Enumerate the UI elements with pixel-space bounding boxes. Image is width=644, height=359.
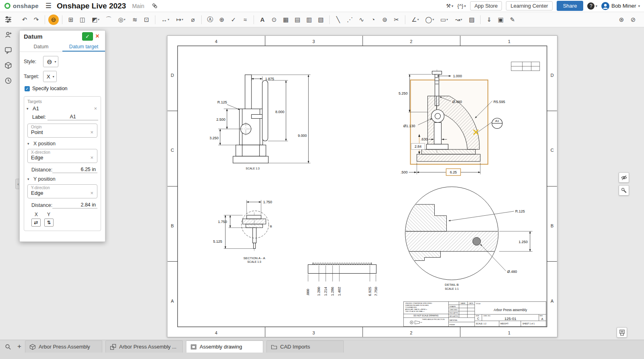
search-tabs-button[interactable] <box>2 341 13 352</box>
clear-y-direction-icon[interactable]: × <box>89 190 95 196</box>
dim-1750-left[interactable]: 1.750 <box>218 220 227 224</box>
dim-1000[interactable]: 1.000 <box>453 74 462 78</box>
break-view-icon[interactable]: ≋ <box>130 14 140 25</box>
history-icon[interactable] <box>3 76 13 85</box>
front-view[interactable]: R.125 2.500 3.250 1.875 8.000 9.000 SCAL… <box>210 75 311 170</box>
projected-view-icon[interactable]: ◫ <box>77 14 88 25</box>
revision-table[interactable] <box>511 62 540 71</box>
target-select[interactable]: X ▾ <box>43 71 57 82</box>
table-icon[interactable]: ▦ <box>281 14 291 25</box>
ordinate-dimension-icon[interactable]: ↦▾ <box>173 14 186 25</box>
annotate-icon[interactable]: ✎ <box>507 14 518 25</box>
dim-d480-side[interactable]: Ø.480 <box>452 100 462 104</box>
hole-table-icon[interactable]: ▤ <box>292 14 303 25</box>
parts-icon[interactable] <box>3 60 13 70</box>
dim-r5595[interactable]: R5.595 <box>493 100 505 104</box>
drawing-sheet[interactable]: 4 3 2 1 4 3 2 1 D C B A D C B A <box>167 35 557 337</box>
section-view-icon[interactable]: ⌒ <box>103 14 114 25</box>
datum-target-label[interactable]: A1 <box>495 119 499 123</box>
dim-1750-top[interactable]: 1.750 <box>263 200 272 204</box>
dim-d1130[interactable]: Ø1.130 <box>403 124 415 128</box>
workspace-name[interactable]: Main <box>132 3 144 9</box>
trim-icon[interactable]: ✂ <box>391 14 402 25</box>
learning-center-button[interactable]: Learning Center <box>506 1 552 10</box>
hatch-icon[interactable]: ▨ <box>466 14 477 25</box>
insert-view-icon[interactable]: ⊞ <box>66 14 76 25</box>
tab-datum[interactable]: Datum <box>20 42 62 52</box>
ordinate-dim[interactable]: 1.402 <box>337 287 341 296</box>
dim-630[interactable]: .630 <box>421 137 427 141</box>
user-menu[interactable]: Bob Miner ▾ <box>601 2 640 10</box>
find-text-icon[interactable]: ⊙ <box>269 14 279 25</box>
tab-assembly-drawing[interactable]: Assembly drawing <box>186 340 263 353</box>
x-position-row[interactable]: ▾ X position <box>27 141 98 146</box>
specify-location-checkbox[interactable]: ✓ <box>25 86 30 91</box>
dim-5125[interactable]: 5.125 <box>213 239 222 243</box>
y-flip-button[interactable]: ⇅ <box>44 219 54 227</box>
arc-icon[interactable]: ◔ <box>368 14 378 25</box>
confirm-button[interactable]: ✓ <box>82 32 93 41</box>
undo-icon[interactable]: ↶ <box>19 14 30 25</box>
x-direction-field[interactable]: X-direction Edge × <box>27 149 97 163</box>
clear-x-direction-icon[interactable]: × <box>89 155 95 161</box>
circle-tool-icon[interactable]: ◯▾ <box>423 14 436 25</box>
weld-symbol-icon[interactable]: ≈ <box>240 14 250 25</box>
surface-finish-icon[interactable]: ✓ <box>228 14 239 25</box>
target-item-row[interactable]: ▾ A1 × <box>27 105 98 111</box>
dim-r125-front[interactable]: R.125 <box>217 100 227 104</box>
tab-arbor-press-assembly-2[interactable]: Arbor Press Assembly ... <box>105 340 183 353</box>
remove-target-icon[interactable]: × <box>93 105 98 111</box>
hide-annotations-button[interactable] <box>619 172 629 183</box>
dim-d480-detail[interactable]: Ø.480 <box>507 270 517 274</box>
title-block[interactable]: UNLESS OTHERWISE SPECIFIED: DIMENSIONS A… <box>404 301 546 326</box>
tab-cad-imports[interactable]: CAD Imports <box>266 340 344 353</box>
tab-datum-target[interactable]: Datum target <box>62 42 105 52</box>
dim-1250[interactable]: 1.250 <box>518 240 527 244</box>
section-view[interactable]: B 1.750 1.750 5.125 SECTION A - A SCALE … <box>213 200 272 264</box>
comments-icon[interactable] <box>3 45 13 55</box>
share-button[interactable]: Share <box>557 1 584 11</box>
construction-line-icon[interactable]: ⋰ <box>345 14 355 25</box>
ordinate-dim[interactable]: 6.925 <box>368 287 372 296</box>
dim-5250[interactable]: 5.250 <box>398 91 407 95</box>
help-menu[interactable]: ? ▾ <box>587 2 597 10</box>
style-select[interactable]: ⊖ ▾ <box>43 56 58 67</box>
datum-target-tool-icon[interactable]: ⊖ <box>48 14 59 25</box>
dim-8000[interactable]: 8.000 <box>275 110 284 114</box>
crop-view-icon[interactable]: ⊡ <box>141 14 152 25</box>
dim-1875[interactable]: 1.875 <box>265 77 274 81</box>
y-position-row[interactable]: ▾ Y position <box>27 176 98 182</box>
clear-origin-icon[interactable]: × <box>89 129 95 135</box>
revision-table-icon[interactable]: ▥ <box>304 14 314 25</box>
text-icon[interactable]: A <box>257 14 268 25</box>
y-direction-field[interactable]: Y-direction Edge × <box>27 184 97 198</box>
ordinate-dim[interactable]: 7.750 <box>374 287 378 296</box>
redo-icon[interactable]: ↷ <box>31 14 41 25</box>
onshape-logo[interactable]: onshape <box>4 2 39 9</box>
dimension-icon[interactable]: ↔▾ <box>159 14 172 25</box>
dim-3250[interactable]: 3.250 <box>210 136 219 140</box>
dim-625[interactable]: 6.25 <box>450 170 457 174</box>
dim-r125-detail[interactable]: R.125 <box>515 209 525 213</box>
fillet-icon[interactable]: ∠▾ <box>409 14 422 25</box>
sheet-properties-button[interactable] <box>617 327 627 338</box>
ordinate-dim[interactable]: .000 <box>306 289 310 296</box>
erase-icon[interactable]: ⊘ <box>628 14 638 25</box>
insert-image-icon[interactable]: ▣ <box>495 14 506 25</box>
dim-9000[interactable]: 9.000 <box>298 134 307 138</box>
export-dxf-icon[interactable]: ⇓ <box>484 14 494 25</box>
rack-view[interactable]: .000 1.200 1.214 1.286 1.402 6.925 7.750 <box>306 262 378 296</box>
detail-view-icon[interactable]: ◎▾ <box>115 14 128 25</box>
note-icon[interactable]: Ⓐ <box>205 14 215 25</box>
y-distance-input[interactable]: 2.84 in <box>52 202 97 208</box>
side-view[interactable]: 1.000 5.250 Ø.480 R5.595 Ø1.130 .630 2.8… <box>398 70 505 175</box>
tab-arbor-press-assembly[interactable]: Arbor Press Assembly <box>25 340 102 353</box>
stamp-icon[interactable]: ⊛ <box>616 14 627 25</box>
sheet-tools-button[interactable] <box>619 185 629 196</box>
dim-2500[interactable]: 2.500 <box>216 118 225 122</box>
x-distance-input[interactable]: 6.25 in <box>52 166 97 173</box>
gdt-frame-icon[interactable]: ⊕ <box>217 14 227 25</box>
rectangle-icon[interactable]: ▭▾ <box>438 14 451 25</box>
ordinate-dim[interactable]: 1.214 <box>324 287 328 296</box>
app-store-button[interactable]: App Store <box>470 1 502 10</box>
